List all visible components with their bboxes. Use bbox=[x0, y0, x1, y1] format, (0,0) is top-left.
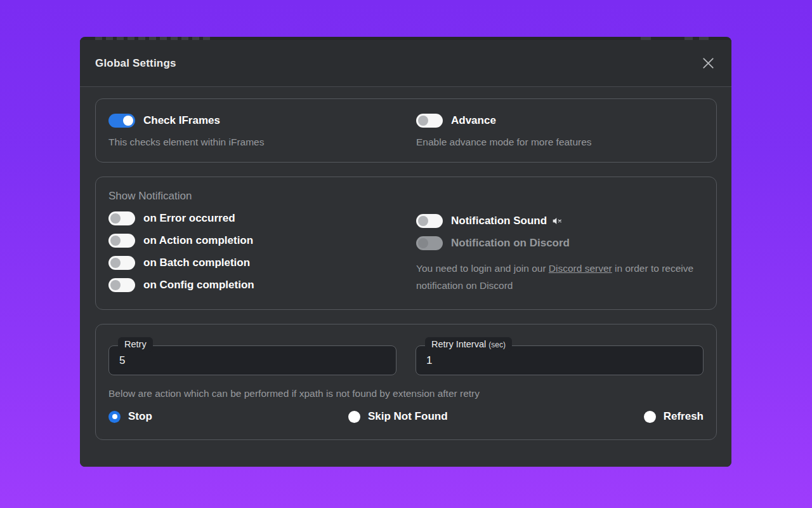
radio-option-skip-not-found[interactable]: Skip Not Found bbox=[348, 410, 448, 423]
radio-selected-icon bbox=[108, 411, 121, 423]
retry-field-label: Retry bbox=[118, 337, 153, 352]
radio-unselected-icon bbox=[348, 411, 360, 423]
toggle-knob bbox=[123, 116, 133, 126]
notification-sound-toggle[interactable] bbox=[416, 214, 443, 228]
notification-sound-label: Notification Sound bbox=[451, 215, 547, 227]
radio-refresh-label: Refresh bbox=[664, 410, 704, 423]
toggle-knob bbox=[110, 280, 121, 290]
retry-field-group: Retry bbox=[108, 345, 396, 375]
global-settings-dialog: Global Settings Check IFrames This check… bbox=[80, 40, 731, 467]
toggle-knob bbox=[418, 238, 428, 248]
notify-on-config-label: on Config completion bbox=[143, 279, 254, 291]
notification-channels-group: Notification Sound Notification on Disco… bbox=[416, 190, 704, 294]
notification-discord-label: Notification on Discord bbox=[451, 237, 570, 250]
notify-on-batch-label: on Batch completion bbox=[143, 257, 250, 269]
advance-toggle[interactable] bbox=[416, 114, 443, 128]
check-iframes-description: This checks element within iFrames bbox=[108, 137, 416, 148]
retry-interval-label-text: Retry Interval bbox=[431, 339, 486, 349]
notify-on-error-toggle[interactable] bbox=[108, 211, 135, 225]
toggle-knob bbox=[110, 236, 121, 246]
discord-server-link[interactable]: Discord server bbox=[549, 263, 612, 274]
check-iframes-label: Check IFrames bbox=[143, 114, 220, 127]
notify-on-action-toggle[interactable] bbox=[108, 234, 135, 248]
toggle-knob bbox=[110, 258, 121, 268]
radio-option-refresh[interactable]: Refresh bbox=[644, 410, 704, 423]
retry-actions-description: Below are action which can be performed … bbox=[108, 388, 704, 399]
retry-interval-field-label: Retry Interval (sec) bbox=[425, 337, 512, 352]
section-general: Check IFrames This checks element within… bbox=[95, 98, 717, 163]
notification-discord-toggle bbox=[416, 236, 443, 250]
radio-option-stop[interactable]: Stop bbox=[108, 410, 152, 423]
advance-label: Advance bbox=[451, 114, 496, 127]
close-icon bbox=[701, 56, 716, 70]
toggle-knob bbox=[418, 216, 428, 226]
radio-skip-label: Skip Not Found bbox=[368, 410, 448, 423]
radio-unselected-icon bbox=[644, 411, 656, 423]
page-title: Global Settings bbox=[95, 57, 176, 70]
section-notifications: Show Notification on Error occurred on A… bbox=[95, 177, 717, 310]
notify-on-action-label: on Action completion bbox=[143, 234, 253, 247]
dialog-body: Check IFrames This checks element within… bbox=[80, 87, 731, 467]
notify-on-config-toggle[interactable] bbox=[108, 278, 135, 292]
check-iframes-group: Check IFrames This checks element within… bbox=[108, 113, 416, 148]
notify-on-error-label: on Error occurred bbox=[143, 212, 235, 225]
volume-muted-icon bbox=[552, 216, 562, 226]
toggle-knob bbox=[110, 213, 121, 224]
toggle-knob bbox=[418, 116, 428, 126]
advance-group: Advance Enable advance mode for more fea… bbox=[416, 113, 704, 148]
dimmed-extension-page: Global Settings Check IFrames This check… bbox=[80, 37, 731, 467]
check-iframes-toggle[interactable] bbox=[108, 114, 135, 128]
notify-on-batch-toggle[interactable] bbox=[108, 256, 135, 270]
discord-note: You need to login and join our Discord s… bbox=[416, 260, 702, 294]
retry-interval-unit: (sec) bbox=[488, 340, 506, 349]
discord-note-pre: You need to login and join our bbox=[416, 263, 549, 274]
radio-stop-label: Stop bbox=[128, 410, 152, 423]
close-button[interactable] bbox=[698, 54, 717, 73]
retry-interval-field-group: Retry Interval (sec) bbox=[416, 345, 704, 375]
notification-events-group: Show Notification on Error occurred on A… bbox=[108, 190, 416, 294]
dialog-header: Global Settings bbox=[80, 40, 731, 87]
advance-description: Enable advance mode for more features bbox=[416, 137, 704, 148]
show-notification-heading: Show Notification bbox=[108, 190, 416, 203]
section-retry: Retry Retry Interval (sec) Below are act… bbox=[95, 324, 717, 440]
not-found-action-radio-group: Stop Skip Not Found Refresh bbox=[108, 410, 704, 423]
